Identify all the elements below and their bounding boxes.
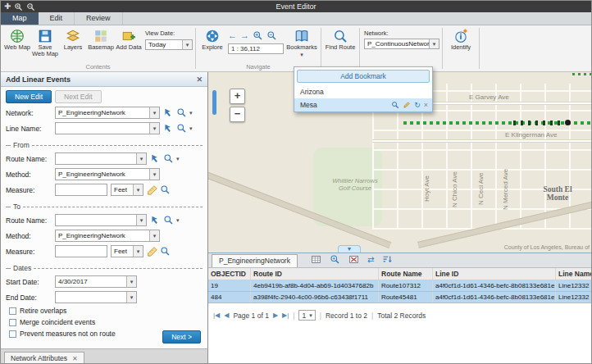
layers-button[interactable]: Layers bbox=[59, 27, 87, 51]
cell-line-id: a4f0cf1d-1d61-4346-befc-8b08133e681e bbox=[433, 292, 556, 303]
street-label: N Chico Ave bbox=[451, 171, 458, 207]
column-header[interactable]: Line ID bbox=[433, 268, 556, 280]
select-on-map-icon[interactable] bbox=[163, 123, 174, 134]
zoom-to-bookmark-icon[interactable] bbox=[391, 101, 399, 109]
from-unit-select[interactable]: Feet ▾ bbox=[111, 184, 143, 196]
bookmark-item-arizona[interactable]: Arizona bbox=[294, 85, 432, 98]
select-on-map-icon[interactable] bbox=[150, 153, 161, 164]
checkbox-icon[interactable] bbox=[9, 319, 16, 326]
view-date-select[interactable]: Today ▾ bbox=[145, 39, 193, 50]
add-bookmark-button[interactable]: Add Bookmark bbox=[297, 70, 430, 83]
route-selected-segment bbox=[513, 121, 564, 125]
zoom-in-map-icon[interactable] bbox=[253, 30, 263, 41]
previous-page-icon[interactable]: ◀ bbox=[224, 312, 229, 319]
ribbon-tab-strip: Map Edit Review bbox=[1, 12, 591, 25]
identify-button[interactable]: Identify bbox=[445, 27, 476, 51]
retire-overlaps-option[interactable]: Retire overlaps bbox=[9, 307, 199, 315]
end-date-select[interactable]: ▾ bbox=[55, 291, 137, 303]
explore-button[interactable]: Explore bbox=[198, 27, 226, 51]
new-edit-button[interactable]: New Edit bbox=[6, 90, 52, 103]
zoom-tool-icon[interactable] bbox=[160, 184, 171, 195]
bookmarks-button[interactable]: Bookmarks ▾ bbox=[285, 27, 318, 58]
checkbox-icon[interactable] bbox=[9, 330, 16, 338]
to-method-select[interactable]: P_EngineeringNetwork ▾ bbox=[55, 230, 160, 242]
add-data-button[interactable]: Add Data bbox=[115, 27, 143, 51]
column-header[interactable]: Route ID bbox=[251, 268, 379, 280]
from-route-name-select[interactable]: ▾ bbox=[55, 152, 147, 165]
start-date-select[interactable]: 4/30/2017 ▾ bbox=[55, 275, 137, 288]
bookmark-item-mesa[interactable]: Mesa ↻ × bbox=[294, 98, 432, 111]
close-icon[interactable]: ✕ bbox=[196, 75, 203, 84]
table-row[interactable]: 484 a398f4fc-2940-4c00-96b6-c63438f1711 … bbox=[208, 292, 592, 303]
tab-review[interactable]: Review bbox=[75, 12, 123, 25]
table-tab-strip: P_EngineeringNetwork ⇄ bbox=[208, 253, 592, 268]
zoom-in-icon[interactable] bbox=[14, 2, 23, 11]
tab-engineering-network[interactable]: P_EngineeringNetwork bbox=[212, 254, 298, 267]
pick-measure-icon[interactable] bbox=[147, 184, 157, 195]
basemap-button[interactable]: Basemap bbox=[87, 27, 115, 51]
from-measure-input[interactable] bbox=[55, 184, 107, 196]
edit-bookmark-icon[interactable] bbox=[403, 101, 411, 109]
previous-extent-icon[interactable]: ← bbox=[228, 31, 237, 40]
chevron-down-icon[interactable]: ▾ bbox=[189, 110, 193, 116]
zoom-tool-icon[interactable] bbox=[176, 107, 187, 118]
column-header[interactable]: OBJECTID bbox=[208, 268, 251, 280]
select-on-map-icon[interactable] bbox=[163, 107, 174, 118]
zoom-tool-icon[interactable] bbox=[176, 123, 187, 134]
pick-measure-icon[interactable] bbox=[147, 246, 157, 257]
map-zoom-out-button[interactable]: − bbox=[230, 107, 245, 122]
chevron-down-icon[interactable]: ▾ bbox=[189, 125, 193, 132]
add-data-label: Add Data bbox=[116, 44, 141, 51]
clear-selection-icon[interactable] bbox=[348, 254, 359, 265]
network-select[interactable]: P_ContinuousNetwork ▾ bbox=[364, 39, 439, 49]
find-route-button[interactable]: Find Route bbox=[324, 27, 357, 51]
add-icon[interactable]: ✚ bbox=[4, 2, 11, 11]
zoom-out-map-icon[interactable] bbox=[266, 30, 277, 41]
cell-route-id: 4eb9419b-af8b-4d04-ab69-1d40347682b bbox=[251, 280, 379, 291]
merge-coincident-option[interactable]: Merge coincident events bbox=[9, 318, 199, 326]
next-extent-icon[interactable]: → bbox=[240, 31, 249, 40]
attribute-table-panel: P_EngineeringNetwork ⇄ OBJECTID Route ID… bbox=[208, 253, 592, 364]
to-measure-input[interactable] bbox=[55, 245, 107, 257]
map-zoom-in-button[interactable]: + bbox=[230, 89, 245, 104]
scale-input[interactable]: 1 : 36,112 bbox=[228, 43, 284, 54]
to-route-name-select[interactable]: ▾ bbox=[55, 214, 147, 226]
chevron-down-icon[interactable]: ▾ bbox=[176, 217, 180, 224]
next-button[interactable]: Next > bbox=[162, 330, 201, 344]
select-on-map-icon[interactable] bbox=[150, 215, 161, 225]
first-page-icon[interactable]: |◀ bbox=[213, 312, 220, 319]
web-map-button[interactable]: Web Map bbox=[3, 27, 31, 51]
sort-icon[interactable] bbox=[382, 254, 393, 265]
collapse-table-handle[interactable]: ▼ bbox=[338, 245, 361, 253]
save-web-map-button[interactable]: Save Web Map bbox=[31, 27, 59, 58]
attribute-table-icon[interactable] bbox=[311, 254, 321, 265]
zoom-out-icon[interactable] bbox=[26, 2, 35, 11]
web-map-label: Web Map bbox=[4, 44, 30, 51]
table-row[interactable]: 19 4eb9419b-af8b-4d04-ab69-1d40347682b R… bbox=[208, 280, 592, 292]
from-method-select[interactable]: P_EngineeringNetwork ▾ bbox=[55, 168, 160, 180]
last-page-icon[interactable]: ▶| bbox=[282, 312, 289, 319]
next-page-icon[interactable]: ▶ bbox=[273, 312, 278, 319]
zoom-tool-icon[interactable] bbox=[163, 215, 174, 225]
column-header[interactable]: Route Name bbox=[379, 268, 433, 280]
tab-edit[interactable]: Edit bbox=[39, 12, 75, 25]
close-icon[interactable]: ✕ bbox=[72, 355, 78, 362]
refresh-bookmark-icon[interactable]: ↻ bbox=[414, 102, 421, 109]
tab-map[interactable]: Map bbox=[1, 12, 39, 25]
delete-bookmark-icon[interactable]: × bbox=[424, 102, 428, 109]
end-date-label: End Date: bbox=[6, 293, 52, 302]
golf-course-label: Whittier Narrows Golf Course bbox=[328, 177, 382, 192]
panel-network-select[interactable]: P_EngineeringNetwork ▾ bbox=[55, 107, 160, 119]
zoom-tool-icon[interactable] bbox=[160, 246, 171, 257]
checkbox-icon[interactable] bbox=[9, 307, 16, 315]
chevron-down-icon[interactable]: ▾ bbox=[176, 156, 180, 162]
tab-network-attributes[interactable]: Network Attributes ✕ bbox=[4, 352, 84, 364]
zoom-to-selection-icon[interactable] bbox=[330, 254, 340, 265]
to-unit-select[interactable]: Feet ▾ bbox=[111, 245, 143, 257]
next-edit-button[interactable]: Next Edit bbox=[55, 90, 102, 103]
switch-selection-icon[interactable]: ⇄ bbox=[367, 256, 374, 264]
column-header[interactable]: Line Name bbox=[556, 268, 592, 280]
zoom-tool-icon[interactable] bbox=[163, 153, 174, 164]
page-size-select[interactable]: 1 ▾ bbox=[298, 310, 315, 321]
line-name-select[interactable]: ▾ bbox=[55, 122, 160, 134]
